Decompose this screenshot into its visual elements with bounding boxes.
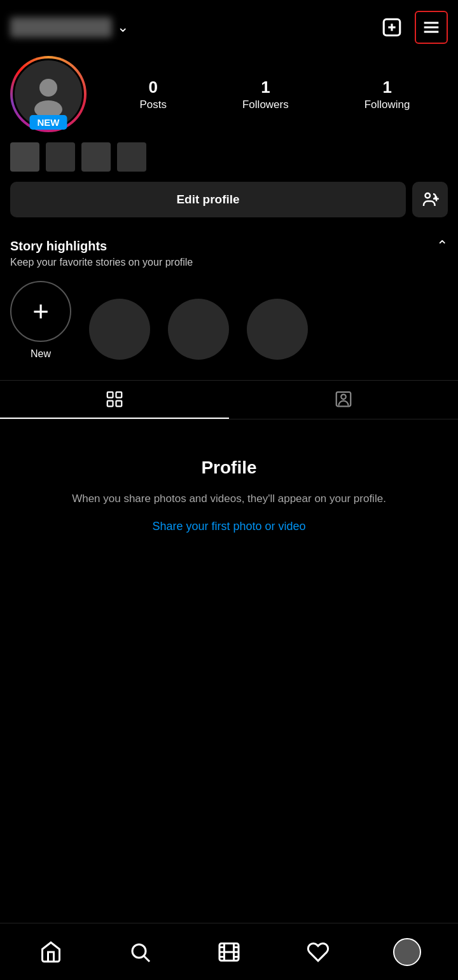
profile-empty-title: Profile xyxy=(201,458,256,478)
person-tag-icon xyxy=(334,390,353,409)
story-thumbnails-row xyxy=(10,142,448,172)
edit-profile-button[interactable]: Edit profile xyxy=(10,182,406,217)
plus-icon: + xyxy=(32,297,49,325)
posts-stat[interactable]: 0 Posts xyxy=(139,78,167,111)
story-thumb-4 xyxy=(117,142,146,172)
stats-row: 0 Posts 1 Followers 1 Following xyxy=(102,78,448,111)
svg-rect-13 xyxy=(108,401,113,407)
followers-stat[interactable]: 1 Followers xyxy=(242,78,289,111)
nav-search[interactable] xyxy=(114,930,165,974)
username-blurred xyxy=(10,17,112,37)
svg-rect-14 xyxy=(116,401,122,407)
profile-top-row: NEW 0 Posts 1 Followers 1 Following xyxy=(10,56,448,132)
nav-reels[interactable] xyxy=(204,930,254,974)
add-person-button[interactable] xyxy=(412,182,448,217)
tabs-row xyxy=(0,380,458,419)
highlight-placeholder-1 xyxy=(89,299,150,360)
story-thumb-1 xyxy=(10,142,39,172)
menu-button[interactable] xyxy=(415,11,448,44)
heart-icon xyxy=(307,941,330,963)
grid-icon xyxy=(105,390,124,409)
top-bar-left: ⌄ xyxy=(10,17,128,37)
highlights-circles: + New xyxy=(10,281,448,370)
home-icon xyxy=(39,941,62,963)
new-highlight-circle[interactable]: + xyxy=(10,281,71,342)
nav-activity[interactable] xyxy=(293,930,344,974)
search-icon xyxy=(128,941,151,963)
svg-rect-12 xyxy=(116,392,122,398)
profile-empty-subtitle: When you share photos and videos, they'l… xyxy=(72,491,386,507)
hamburger-icon xyxy=(420,17,442,38)
following-count: 1 xyxy=(382,78,391,97)
plus-square-icon xyxy=(381,17,403,38)
tab-grid[interactable] xyxy=(0,381,229,419)
main-content-area: Profile When you share photos and videos… xyxy=(0,419,458,661)
share-first-photo-link[interactable]: Share your first photo or video xyxy=(152,520,305,533)
nav-home[interactable] xyxy=(25,930,76,974)
reels-icon xyxy=(218,941,240,963)
new-highlight-item[interactable]: + New xyxy=(10,281,71,360)
svg-point-6 xyxy=(39,79,57,97)
following-stat[interactable]: 1 Following xyxy=(364,78,410,111)
highlights-title: Story highlights xyxy=(10,239,107,254)
top-bar-right xyxy=(377,11,448,44)
avatar-wrap[interactable]: NEW xyxy=(10,56,87,132)
add-post-button[interactable] xyxy=(377,12,407,43)
profile-section: NEW 0 Posts 1 Followers 1 Following Edit… xyxy=(0,51,458,225)
svg-point-16 xyxy=(341,395,346,400)
svg-line-18 xyxy=(144,956,149,961)
highlights-header: Story highlights ⌃ xyxy=(10,238,448,254)
posts-label: Posts xyxy=(139,99,167,111)
new-story-badge[interactable]: NEW xyxy=(30,115,67,130)
highlights-collapse-icon[interactable]: ⌃ xyxy=(436,238,448,254)
tab-tagged[interactable] xyxy=(229,381,458,419)
svg-point-8 xyxy=(426,193,431,198)
bottom-nav xyxy=(0,923,458,980)
svg-rect-11 xyxy=(108,392,113,398)
svg-point-17 xyxy=(132,944,146,958)
story-thumb-2 xyxy=(46,142,75,172)
top-bar: ⌄ xyxy=(0,0,458,51)
followers-label: Followers xyxy=(242,99,289,111)
story-thumb-3 xyxy=(81,142,111,172)
posts-count: 0 xyxy=(149,78,158,97)
dropdown-chevron-icon[interactable]: ⌄ xyxy=(117,19,128,36)
svg-point-7 xyxy=(34,100,62,116)
followers-count: 1 xyxy=(261,78,270,97)
nav-profile-avatar xyxy=(393,938,421,966)
avatar-silhouette-icon xyxy=(27,72,70,116)
following-label: Following xyxy=(364,99,410,111)
highlight-placeholder-3 xyxy=(247,299,308,360)
nav-profile[interactable] xyxy=(382,930,433,974)
highlights-subtitle: Keep your favorite stories on your profi… xyxy=(10,257,448,268)
highlights-section: Story highlights ⌃ Keep your favorite st… xyxy=(0,225,458,375)
highlight-placeholder-2 xyxy=(168,299,229,360)
add-person-icon xyxy=(420,190,440,209)
new-highlight-label: New xyxy=(31,348,51,360)
profile-buttons-row: Edit profile xyxy=(10,182,448,217)
